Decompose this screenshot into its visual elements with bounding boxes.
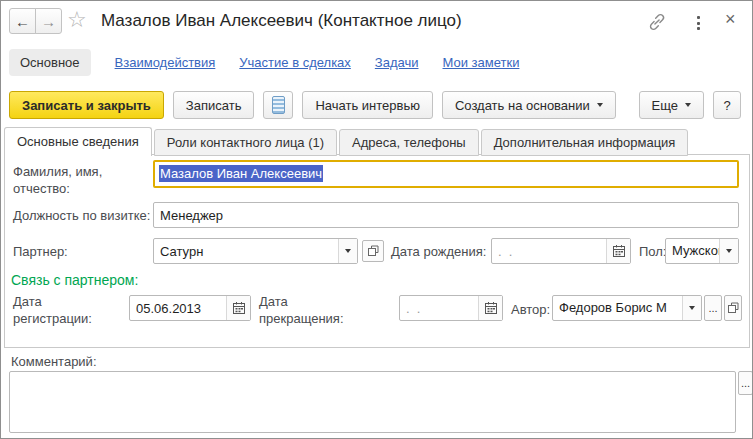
section-nav: Основное Взаимодействия Участие в сделка… bbox=[9, 47, 519, 77]
comment-textarea[interactable] bbox=[9, 371, 736, 433]
nav-link-interactions[interactable]: Взаимодействия bbox=[115, 55, 216, 70]
contact-card-window: ← → ☆ Мазалов Иван Алексеевич (Контактно… bbox=[0, 0, 753, 439]
tab-contact-roles[interactable]: Роли контактного лица (1) bbox=[154, 129, 337, 156]
partner-relation-section-title: Связь с партнером: bbox=[11, 272, 138, 288]
help-button[interactable]: ? bbox=[713, 91, 741, 119]
more-actions-button[interactable]: Еще bbox=[639, 91, 704, 119]
create-based-on-button[interactable]: Создать на основании bbox=[442, 91, 616, 119]
dropdown-arrow-icon bbox=[597, 103, 603, 107]
reg-date-input[interactable] bbox=[130, 296, 226, 320]
comment-ellipsis-button[interactable]: ... bbox=[738, 371, 753, 395]
position-label: Должность по визитке: bbox=[13, 207, 150, 224]
tab-main-info[interactable]: Основные сведения bbox=[4, 127, 152, 156]
window-title: Мазалов Иван Алексеевич (Контактное лицо… bbox=[101, 11, 462, 31]
end-date-label: Дата прекращения: bbox=[259, 293, 371, 327]
start-interview-button[interactable]: Начать интервью bbox=[302, 91, 433, 119]
partner-dropdown-button[interactable] bbox=[338, 239, 357, 263]
author-field[interactable]: Федоров Борис М bbox=[552, 295, 702, 321]
calendar-icon bbox=[232, 301, 246, 315]
forward-icon: → bbox=[41, 13, 56, 30]
full-name-label: Фамилия, имя, отчество: bbox=[13, 163, 145, 197]
save-label: Записать bbox=[186, 98, 242, 113]
nav-link-tasks[interactable]: Задачи bbox=[375, 55, 419, 70]
show-in-list-button[interactable] bbox=[263, 91, 293, 119]
tab-addresses-phones[interactable]: Адреса, телефоны bbox=[339, 129, 479, 156]
end-date-input[interactable] bbox=[400, 296, 478, 320]
reg-date-label: Дата регистрации: bbox=[13, 293, 113, 327]
dropdown-arrow-icon bbox=[685, 103, 691, 107]
partner-open-button[interactable] bbox=[362, 240, 384, 262]
gender-dropdown-button[interactable] bbox=[719, 239, 738, 263]
position-field[interactable] bbox=[153, 202, 739, 228]
more-menu-icon[interactable] bbox=[695, 14, 702, 32]
calendar-icon bbox=[612, 244, 626, 258]
gender-value: Мужской bbox=[666, 239, 719, 263]
start-interview-label: Начать интервью bbox=[315, 98, 420, 113]
more-actions-label: Еще bbox=[652, 98, 678, 113]
nav-item-main[interactable]: Основное bbox=[9, 49, 91, 76]
open-icon bbox=[727, 302, 739, 314]
gender-field[interactable]: Мужской bbox=[665, 238, 739, 264]
partner-field[interactable] bbox=[153, 238, 358, 264]
author-value: Федоров Борис М bbox=[553, 296, 682, 320]
dropdown-arrow-icon bbox=[345, 249, 351, 253]
partner-label: Партнер: bbox=[13, 243, 68, 260]
birthdate-input[interactable] bbox=[492, 239, 606, 263]
tab-bar: Основные сведения Роли контактного лица … bbox=[4, 127, 690, 156]
author-dropdown-button[interactable] bbox=[682, 296, 701, 320]
calendar-icon bbox=[484, 301, 498, 315]
reg-date-calendar-button[interactable] bbox=[226, 296, 250, 320]
position-input[interactable] bbox=[154, 203, 738, 227]
full-name-selected-text: Мазалов Иван Алексеевич bbox=[159, 165, 323, 182]
card-file-icon bbox=[272, 96, 285, 114]
partner-input[interactable] bbox=[154, 239, 338, 263]
end-date-calendar-button[interactable] bbox=[478, 296, 502, 320]
author-open-button[interactable] bbox=[724, 295, 742, 321]
birthdate-calendar-button[interactable] bbox=[606, 239, 630, 263]
author-label: Автор: bbox=[511, 301, 550, 318]
end-date-field[interactable] bbox=[399, 295, 503, 321]
favorite-star-icon[interactable]: ☆ bbox=[67, 7, 87, 33]
full-name-field[interactable]: Мазалов Иван Алексеевич bbox=[153, 160, 739, 188]
get-link-icon[interactable] bbox=[647, 12, 667, 36]
create-based-on-label: Создать на основании bbox=[455, 98, 590, 113]
nav-link-deals[interactable]: Участие в сделках bbox=[239, 55, 351, 70]
comment-label: Комментарий: bbox=[11, 353, 97, 370]
forward-button[interactable]: → bbox=[35, 8, 62, 34]
tab-additional-info[interactable]: Дополнительная информация bbox=[481, 129, 689, 156]
open-icon bbox=[367, 245, 379, 257]
birthdate-label: Дата рождения: bbox=[391, 243, 486, 260]
reg-date-field[interactable] bbox=[129, 295, 251, 321]
save-and-close-button[interactable]: Записать и закрыть bbox=[9, 91, 164, 119]
birthdate-field[interactable] bbox=[491, 238, 631, 264]
history-nav-group: ← → bbox=[9, 8, 62, 34]
gender-label: Пол: bbox=[639, 243, 667, 260]
toolbar: Записать и закрыть Записать Начать интер… bbox=[9, 91, 741, 119]
save-button[interactable]: Записать bbox=[173, 91, 255, 119]
dropdown-arrow-icon bbox=[726, 249, 732, 253]
save-and-close-label: Записать и закрыть bbox=[22, 98, 151, 113]
author-ellipsis-button[interactable]: ... bbox=[704, 295, 722, 321]
dropdown-arrow-icon bbox=[689, 306, 695, 310]
nav-link-notes[interactable]: Мои заметки bbox=[443, 55, 520, 70]
back-button[interactable]: ← bbox=[9, 8, 36, 34]
close-icon[interactable]: × bbox=[721, 9, 740, 30]
back-icon: ← bbox=[15, 13, 30, 30]
help-label: ? bbox=[723, 98, 730, 113]
